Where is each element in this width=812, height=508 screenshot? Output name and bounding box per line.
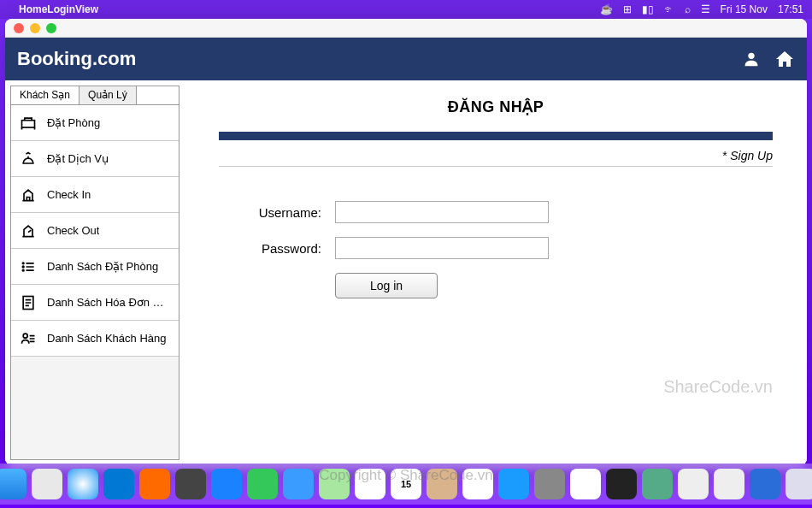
app-icon[interactable] [750, 469, 780, 499]
username-input[interactable] [335, 201, 549, 223]
sidebar-item-label: Check In [47, 188, 91, 201]
sidebar-item-label: Đặt Phòng [47, 116, 100, 129]
sidebar-item-label: Danh Sách Khách Hàng [47, 332, 166, 345]
macos-menubar: HomeLoginView ☕ ⊞ ▮▯ ᯤ ⌕ ☰ Fri 15 Nov 17… [0, 0, 812, 19]
search-icon[interactable]: ⌕ [685, 3, 691, 15]
sidebar-item-label: Đặt Dịch Vụ [47, 152, 109, 165]
home-icon[interactable] [774, 49, 795, 69]
page-title: ĐĂNG NHẬP [219, 97, 773, 116]
app-header: Booking.com [5, 38, 807, 80]
battery-icon[interactable]: ▮▯ [642, 3, 654, 15]
menubar-date[interactable]: Fri 15 Nov [721, 3, 768, 15]
svg-point-3 [22, 266, 24, 268]
app-icon[interactable] [642, 469, 673, 499]
minimize-button[interactable] [30, 23, 40, 33]
list-icon [20, 258, 37, 275]
checkout-icon [20, 222, 37, 239]
menubar-status: ☕ ⊞ ▮▯ ᯤ ⌕ ☰ Fri 15 Nov 17:51 [600, 3, 803, 15]
svg-point-2 [22, 263, 24, 264]
login-button[interactable]: Log in [335, 273, 438, 298]
main-panel: ĐĂNG NHẬP * Sign Up Username: Password: … [185, 80, 807, 465]
sidebar-list: Đặt Phòng Đặt Dịch Vụ Check In Check Out… [10, 104, 179, 460]
sidebar-item-label: Danh Sách Hóa Đơn Thuê Ph... [47, 296, 170, 309]
java-icon[interactable] [714, 469, 744, 499]
sidebar-item-dat-dich-vu[interactable]: Đặt Dịch Vụ [11, 141, 179, 177]
customer-list-icon [20, 330, 37, 347]
mail-icon[interactable] [283, 469, 314, 499]
vscode-icon[interactable] [103, 469, 134, 499]
password-input[interactable] [335, 237, 549, 259]
divider-bar [219, 132, 773, 140]
wifi-icon[interactable]: ᯤ [664, 3, 674, 15]
launchpad-icon[interactable] [32, 469, 62, 499]
maximize-button[interactable] [46, 23, 56, 33]
watermark-center: Copyright © ShareCode.vn [319, 467, 492, 484]
trash-icon[interactable] [786, 469, 812, 499]
sidebar-item-label: Danh Sách Đặt Phòng [47, 260, 158, 273]
control-center-icon[interactable]: ☰ [701, 3, 710, 15]
app-window: Booking.com Khách Sạn Quản Lý Đặt Phòng … [5, 19, 807, 465]
appstore-icon[interactable] [498, 469, 529, 499]
xcode-icon[interactable] [211, 469, 242, 499]
sidebar-tabs: Khách Sạn Quản Lý [10, 86, 179, 104]
sidebar-item-danh-sach-hoa-don[interactable]: Danh Sách Hóa Đơn Thuê Ph... [11, 285, 179, 321]
user-icon[interactable] [742, 50, 761, 68]
bed-icon [20, 115, 37, 132]
close-button[interactable] [14, 23, 24, 33]
watermark-side: ShareCode.vn [663, 377, 773, 397]
settings-icon[interactable] [534, 469, 565, 499]
password-label: Password: [236, 241, 321, 256]
sidebar: Khách Sạn Quản Lý Đặt Phòng Đặt Dịch Vụ … [5, 80, 185, 465]
menubar-appname: HomeLoginView [19, 3, 98, 15]
sidebar-item-label: Check Out [47, 224, 99, 237]
sidebar-item-danh-sach-khach-hang[interactable]: Danh Sách Khách Hàng [11, 321, 179, 357]
login-form: Username: Password: Log in [236, 201, 773, 298]
safari-icon[interactable] [68, 469, 98, 499]
app-icon[interactable] [139, 469, 170, 499]
service-bell-icon [20, 151, 37, 168]
messages-icon[interactable] [247, 469, 278, 499]
invoice-icon [20, 294, 37, 311]
tab-quan-ly[interactable]: Quản Lý [79, 86, 137, 104]
brand-title: Booking.com [17, 48, 136, 70]
sidebar-item-check-in[interactable]: Check In [11, 177, 179, 213]
app-icon[interactable] [175, 469, 206, 499]
coffee-icon[interactable]: ☕ [600, 3, 613, 15]
checkin-icon [20, 186, 37, 204]
svg-point-4 [22, 269, 24, 271]
sign-up-link[interactable]: * Sign Up [219, 149, 773, 167]
toggle-icon[interactable]: ⊞ [623, 3, 632, 15]
svg-point-0 [748, 53, 754, 59]
window-titlebar [5, 19, 807, 38]
sidebar-item-danh-sach-dat-phong[interactable]: Danh Sách Đặt Phòng [11, 249, 179, 285]
finder-icon[interactable] [0, 469, 26, 499]
username-label: Username: [236, 205, 321, 220]
svg-point-6 [23, 334, 27, 338]
terminal-icon[interactable] [606, 469, 637, 499]
sidebar-item-dat-phong[interactable]: Đặt Phòng [11, 105, 179, 141]
svg-rect-1 [22, 120, 35, 127]
menubar-time[interactable]: 17:51 [778, 3, 803, 15]
app-icon[interactable] [570, 469, 601, 499]
sidebar-item-check-out[interactable]: Check Out [11, 213, 179, 249]
java-icon[interactable] [678, 469, 709, 499]
tab-khach-san[interactable]: Khách Sạn [11, 86, 79, 104]
